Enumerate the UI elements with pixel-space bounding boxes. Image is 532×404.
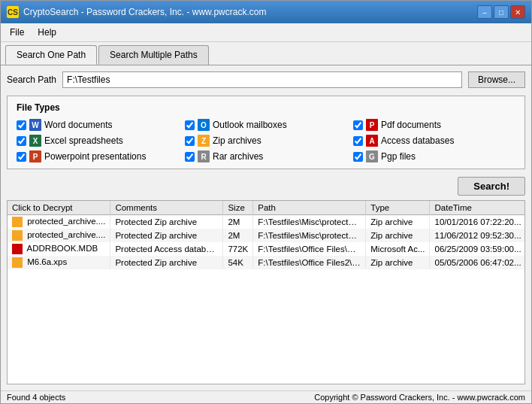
search-path-row: Search Path Browse... (7, 71, 525, 88)
title-bar-controls: – □ ✕ (477, 5, 525, 19)
pdf-label: Pdf documents (381, 120, 441, 130)
tab-search-one-path[interactable]: Search One Path (5, 45, 97, 65)
close-button[interactable]: ✕ (510, 5, 525, 19)
pdf-icon: P (366, 119, 378, 131)
outlook-icon: O (198, 119, 210, 131)
results-area: Click to Decrypt Comments Size Path Type… (7, 200, 525, 384)
table-row[interactable]: M6.6a.xps Protected Zip archive 54K F:\T… (8, 256, 524, 269)
checkbox-excel-input[interactable] (17, 136, 26, 146)
checkbox-outlook[interactable]: O Outlook mailboxes (185, 119, 347, 131)
zip-row-icon-0 (12, 217, 23, 227)
cell-comments-2: Protected Access database (110, 242, 223, 256)
title-bar-left: CS CryptoSearch - Password Crackers, Inc… (7, 6, 266, 18)
cell-datetime-1: 11/06/2012 09:52:30... (430, 229, 524, 242)
checkbox-pdf[interactable]: P Pdf documents (353, 119, 515, 131)
menu-help[interactable]: Help (32, 25, 62, 40)
menu-file[interactable]: File (4, 25, 30, 40)
col-size: Size (223, 201, 253, 215)
col-datetime: DateTime (430, 201, 524, 215)
checkbox-ppt[interactable]: P Powerpoint presentations (17, 150, 179, 163)
rar-icon: R (198, 150, 210, 163)
zip-icon: Z (198, 135, 210, 147)
mdb-row-icon-2 (12, 244, 23, 254)
outlook-label: Outlook mailboxes (213, 120, 287, 130)
search-path-label: Search Path (7, 74, 56, 85)
status-right: Copyright © Password Crackers, Inc. - ww… (314, 393, 525, 402)
file-types-title: File Types (17, 102, 515, 113)
cell-comments-0: Protected Zip archive (110, 215, 223, 229)
table-header-row: Click to Decrypt Comments Size Path Type… (8, 201, 524, 215)
search-btn-row: Search! (7, 177, 525, 196)
checkbox-word[interactable]: W Word documents (17, 119, 179, 131)
checkbox-rar-input[interactable] (185, 152, 195, 162)
col-path: Path (253, 201, 366, 215)
col-click-to-decrypt: Click to Decrypt (8, 201, 110, 215)
status-bar: Found 4 objects Copyright © Password Cra… (1, 390, 531, 403)
cell-datetime-2: 06/25/2009 03:59:00... (430, 242, 524, 256)
checkbox-zip[interactable]: Z Zip archives (185, 135, 347, 147)
checkbox-zip-input[interactable] (185, 136, 195, 146)
cell-size-1: 2M (223, 229, 253, 242)
checkbox-ppt-input[interactable] (17, 152, 26, 162)
status-left: Found 4 objects (7, 393, 65, 402)
col-type: Type (366, 201, 430, 215)
tabs-bar: Search One Path Search Multiple Paths (1, 42, 531, 65)
checkbox-pdf-input[interactable] (353, 120, 363, 130)
col-comments: Comments (110, 201, 223, 215)
cell-datetime-3: 05/05/2006 06:47:02... (430, 256, 524, 269)
cell-datetime-0: 10/01/2016 07:22:20... (430, 215, 524, 229)
pgp-icon: G (366, 150, 378, 163)
cell-type-3: Zip archive (366, 256, 430, 269)
app-icon: CS (7, 6, 19, 18)
cell-size-0: 2M (223, 215, 253, 229)
table-row[interactable]: protected_archive.... Protected Zip arch… (8, 215, 524, 229)
table-row[interactable]: protected_archive.... Protected Zip arch… (8, 229, 524, 242)
checkbox-word-input[interactable] (17, 120, 26, 130)
checkbox-access-input[interactable] (353, 136, 363, 146)
results-table: Click to Decrypt Comments Size Path Type… (8, 201, 524, 269)
checkbox-excel[interactable]: X Excel spreadsheets (17, 135, 179, 147)
cell-path-3: F:\Testfiles\Office Files2\XPS\... (253, 256, 366, 269)
main-content: Search Path Browse... File Types W Word … (1, 65, 531, 390)
cell-path-0: F:\Testfiles\Misc\protected_arc... (253, 215, 366, 229)
cell-type-2: Microsoft Ac... (366, 242, 430, 256)
window-title: CryptoSearch - Password Crackers, Inc. -… (23, 7, 266, 17)
maximize-button[interactable]: □ (494, 5, 509, 19)
checkbox-outlook-input[interactable] (185, 120, 195, 130)
access-label: Access databases (381, 135, 454, 146)
checkbox-rar[interactable]: R Rar archives (185, 150, 347, 163)
tab-search-multiple-paths[interactable]: Search Multiple Paths (98, 45, 209, 65)
pgp-label: Pgp files (381, 151, 416, 162)
file-types-grid: W Word documents X Excel spreadsheets P … (17, 119, 515, 163)
checkbox-pgp[interactable]: G Pgp files (353, 150, 515, 163)
word-icon: W (29, 119, 41, 131)
ppt-icon: P (29, 150, 41, 163)
checkbox-pgp-input[interactable] (353, 152, 363, 162)
cell-comments-1: Protected Zip archive (110, 229, 223, 242)
search-button[interactable]: Search! (458, 177, 525, 196)
search-path-input[interactable] (62, 71, 462, 88)
excel-label: Excel spreadsheets (44, 135, 123, 146)
cell-name-0: protected_archive.... (8, 215, 110, 229)
title-bar: CS CryptoSearch - Password Crackers, Inc… (1, 1, 531, 23)
cell-size-2: 772K (223, 242, 253, 256)
table-row[interactable]: ADDRBOOK.MDB Protected Access database 7… (8, 242, 524, 256)
cell-type-1: Zip archive (366, 229, 430, 242)
zip-row-icon-3 (12, 257, 23, 268)
browse-button[interactable]: Browse... (468, 71, 525, 88)
cell-name-1: protected_archive.... (8, 229, 110, 242)
cell-path-2: F:\Testfiles\Office Files\ADDR... (253, 242, 366, 256)
access-icon: A (366, 135, 378, 147)
cell-size-3: 54K (223, 256, 253, 269)
zip-row-icon-1 (12, 230, 23, 241)
cell-type-0: Zip archive (366, 215, 430, 229)
cell-comments-3: Protected Zip archive (110, 256, 223, 269)
scrollbar-area[interactable]: Click to Decrypt Comments Size Path Type… (8, 201, 524, 384)
minimize-button[interactable]: – (477, 5, 492, 19)
cell-name-2: ADDRBOOK.MDB (8, 242, 110, 256)
ppt-label: Powerpoint presentations (44, 151, 146, 162)
menu-bar: File Help (1, 23, 531, 42)
checkbox-access[interactable]: A Access databases (353, 135, 515, 147)
cell-name-3: M6.6a.xps (8, 256, 110, 269)
file-types-group: File Types W Word documents X Excel spre… (7, 96, 525, 169)
